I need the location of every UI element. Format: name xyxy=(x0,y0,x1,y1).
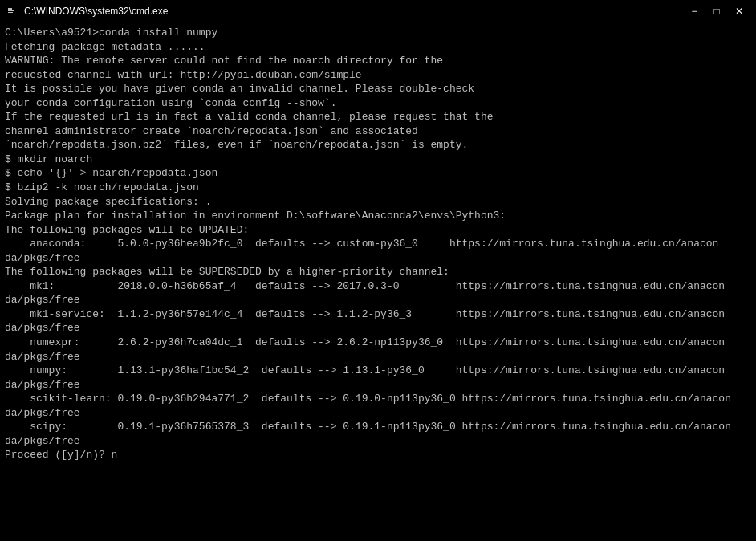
terminal-line: da/pkgs/free xyxy=(5,321,751,336)
terminal-line: channel administrator create `noarch/rep… xyxy=(5,124,751,139)
terminal-line: mk1-service: 1.1.2-py36h57e144c_4 defaul… xyxy=(5,307,751,322)
window-title: C:\WINDOWS\system32\cmd.exe xyxy=(24,6,168,17)
svg-rect-1 xyxy=(8,8,12,10)
terminal-line: da/pkgs/free xyxy=(5,293,751,307)
terminal-line: mk1: 2018.0.0-h36b65af_4 defaults --> 20… xyxy=(5,279,751,294)
title-bar: C:\WINDOWS\system32\cmd.exe − □ ✕ xyxy=(0,0,756,22)
terminal-line: numexpr: 2.6.2-py36h7ca04dc_1 defaults -… xyxy=(5,336,751,350)
terminal-line: da/pkgs/free xyxy=(5,406,751,421)
terminal-line: anaconda: 5.0.0-py36hea9b2fc_0 defaults … xyxy=(5,237,751,251)
terminal-line: scipy: 0.19.1-py36h7565378_3 defaults --… xyxy=(5,420,751,434)
terminal-line: Package plan for installation in environ… xyxy=(5,209,751,223)
maximize-button[interactable]: □ xyxy=(706,3,727,19)
terminal-line: da/pkgs/free xyxy=(5,434,751,449)
close-button[interactable]: ✕ xyxy=(729,3,750,19)
terminal-line: $ echo '{}' > noarch/repodata.json xyxy=(5,166,751,181)
terminal-line: It is possible you have given conda an i… xyxy=(5,82,751,96)
terminal-line: Proceed ([y]/n)? n xyxy=(5,448,751,462)
terminal-line: The following packages will be SUPERSEDE… xyxy=(5,265,751,279)
terminal-line: If the requested url is in fact a valid … xyxy=(5,110,751,124)
terminal-line: Fetching package metadata ...... xyxy=(5,40,751,55)
terminal-line: scikit-learn: 0.19.0-py36h294a771_2 defa… xyxy=(5,392,751,406)
terminal-line: your conda configuration using `conda co… xyxy=(5,96,751,111)
minimize-button[interactable]: − xyxy=(684,3,705,19)
svg-rect-3 xyxy=(8,12,13,13)
cmd-window: C:\WINDOWS\system32\cmd.exe − □ ✕ C:\Use… xyxy=(0,0,756,541)
terminal-line: da/pkgs/free xyxy=(5,251,751,266)
terminal-line: Solving package specifications: . xyxy=(5,195,751,209)
title-bar-left: C:\WINDOWS\system32\cmd.exe xyxy=(6,5,168,18)
terminal-line: da/pkgs/free xyxy=(5,350,751,364)
terminal-output[interactable]: C:\Users\a9521>conda install numpyFetchi… xyxy=(0,22,756,541)
terminal-line: C:\Users\a9521>conda install numpy xyxy=(5,26,751,40)
terminal-line: requested channel with url: http://pypi.… xyxy=(5,68,751,83)
window-controls: − □ ✕ xyxy=(684,3,750,19)
terminal-line: $ bzip2 -k noarch/repodata.json xyxy=(5,181,751,195)
terminal-line: da/pkgs/free xyxy=(5,378,751,393)
terminal-line: $ mkdir noarch xyxy=(5,153,751,167)
svg-rect-2 xyxy=(8,10,14,11)
terminal-line: WARNING: The remote server could not fin… xyxy=(5,54,751,68)
terminal-line: The following packages will be UPDATED: xyxy=(5,223,751,238)
cmd-icon xyxy=(6,5,19,18)
terminal-line: `noarch/repodata.json.bz2` files, even i… xyxy=(5,138,751,153)
terminal-line: numpy: 1.13.1-py36haf1bc54_2 defaults --… xyxy=(5,364,751,378)
